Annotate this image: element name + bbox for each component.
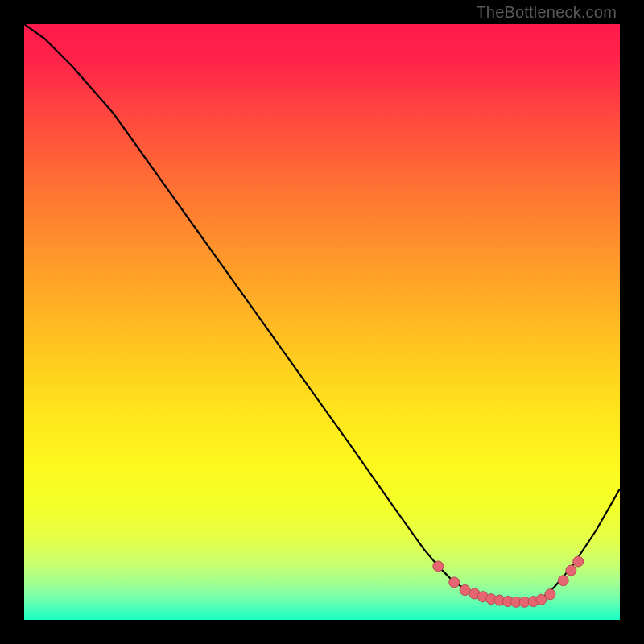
marker-point bbox=[573, 556, 584, 567]
bottleneck-chart bbox=[24, 24, 620, 620]
marker-point bbox=[558, 576, 568, 586]
marker-point bbox=[433, 561, 444, 572]
marker-point bbox=[460, 585, 470, 596]
marker-point bbox=[545, 589, 555, 600]
watermark-text: TheBottleneck.com bbox=[476, 3, 617, 22]
chart-frame bbox=[24, 24, 620, 620]
marker-point bbox=[566, 565, 576, 576]
marker-point bbox=[449, 577, 460, 588]
